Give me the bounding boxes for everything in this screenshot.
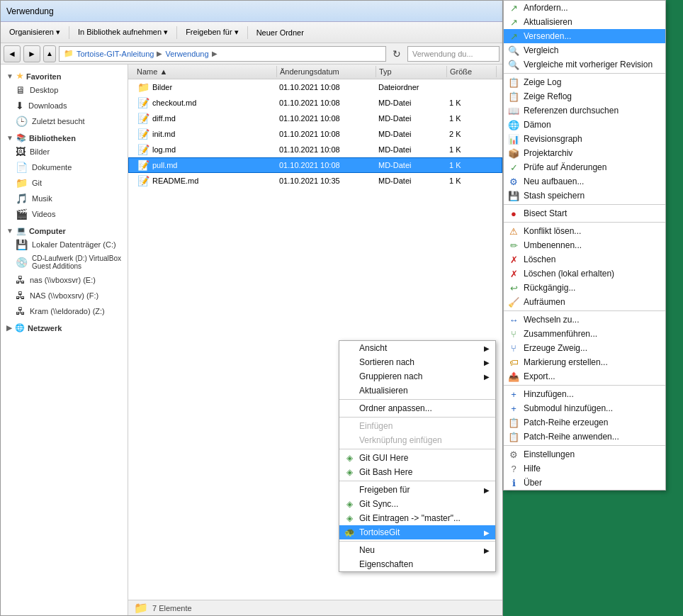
tortoisegit-menu-item[interactable]: ↩Rückgängig... <box>504 281 665 295</box>
tortoisegit-menu-item[interactable]: ⚙Einstellungen <box>504 447 665 461</box>
tortoisegit-menu-item[interactable]: ✓Prüfe auf Änderungen <box>504 160 665 174</box>
tortoisegit-menu-item[interactable]: +Submodul hinzufügen... <box>504 401 665 415</box>
context-menu-item[interactable]: Neu▶ <box>339 543 495 557</box>
share-button[interactable]: Freigeben für ▾ <box>180 24 244 41</box>
context-menu-item[interactable]: Ordner anpassen... <box>339 401 495 415</box>
tortoisegit-menu-item[interactable]: 📤Export... <box>504 369 665 383</box>
tortoisegit-menu-item[interactable]: ⚠Konflikt lösen... <box>504 224 665 238</box>
nas-e-icon: 🖧 <box>16 274 26 286</box>
tortoisegit-menu-item[interactable]: 🏷Markierung erstellen... <box>504 355 665 369</box>
menu-icon: 📖 <box>508 105 519 116</box>
menu-separator <box>339 449 495 449</box>
sidebar-item-nas-f[interactable]: 🖧 NAS (\\vboxsrv) (F:) <box>1 288 128 303</box>
menu-item-label: Git GUI Here <box>359 453 408 463</box>
tortoisegit-menu-item[interactable]: ↔Wechseln zu... <box>504 313 665 327</box>
tortoisegit-menu-item[interactable]: 🧹Aufräumen <box>504 295 665 309</box>
tortoisegit-menu-item[interactable]: ●Bisect Start <box>504 206 665 220</box>
table-row[interactable]: 📁 Bilder 01.10.2021 10:08 Dateiordner <box>128 79 502 95</box>
tortoisegit-menu-item[interactable]: 🌐Dämon <box>504 118 665 132</box>
tortoisegit-menu-item[interactable]: 📋Patch-Reihe erzeugen <box>504 415 665 430</box>
col-type[interactable]: Typ <box>376 66 447 77</box>
tortoisegit-menu-item[interactable]: 📦Projektarchiv <box>504 146 665 160</box>
table-row[interactable]: 📝 pull.md 01.10.2021 10:08 MD-Datei 1 K <box>128 157 502 173</box>
menu-item-label: Prüfe auf Änderungen <box>524 162 606 172</box>
table-row[interactable]: 📝 checkout.md 01.10.2021 10:08 MD-Datei … <box>128 95 502 111</box>
breadcrumb-item-2[interactable]: Verwendung <box>165 50 208 58</box>
menu-item-label: Ansicht <box>359 343 387 353</box>
tortoisegit-menu-item[interactable]: ⑂Zusammenführen... <box>504 327 665 341</box>
table-row[interactable]: 📝 init.md 01.10.2021 10:08 MD-Datei 2 K <box>128 126 502 142</box>
tortoisegit-menu-item[interactable]: ✗Löschen (lokal erhalten) <box>504 267 665 281</box>
tortoisegit-menu-item[interactable]: ?Hilfe <box>504 461 665 476</box>
tortoisegit-menu-item[interactable]: ⑂Erzeuge Zweig... <box>504 341 665 355</box>
sidebar-item-recent[interactable]: 🕒 Zuletzt besucht <box>1 113 128 129</box>
up-button[interactable]: ▲ <box>43 45 56 62</box>
table-row[interactable]: 📝 diff.md 01.10.2021 10:08 MD-Datei 1 K <box>128 111 502 126</box>
menu-icon: 📋 <box>508 77 519 88</box>
col-size[interactable]: Größe <box>447 66 497 77</box>
col-name[interactable]: Name ▲ <box>134 66 277 77</box>
tortoisegit-menu-item[interactable]: ✗Löschen <box>504 252 665 267</box>
sidebar-item-nas-e[interactable]: 🖧 nas (\\vboxsvr) (E:) <box>1 272 128 288</box>
sidebar-item-music[interactable]: 🎵 Musik <box>1 191 128 206</box>
forward-button[interactable]: ► <box>23 45 40 62</box>
tortoisegit-menu-item[interactable]: ℹÜber <box>504 476 665 490</box>
tortoisegit-menu-item[interactable]: ↗Versenden... <box>504 29 665 43</box>
file-size <box>446 86 496 88</box>
context-menu-item[interactable]: Aktualisieren <box>339 383 495 398</box>
refresh-button[interactable]: ↻ <box>389 46 405 62</box>
sidebar-item-downloads[interactable]: ⬇ Downloads <box>1 98 128 113</box>
sidebar-item-documents[interactable]: 📄 Dokumente <box>1 159 128 175</box>
library-button[interactable]: In Bibliothek aufnehmen ▾ <box>72 24 174 41</box>
file-name: README.md <box>152 177 198 185</box>
back-button[interactable]: ◄ <box>4 45 21 62</box>
context-menu-item[interactable]: ◈Git Sync... <box>339 497 495 511</box>
tortoisegit-menu-item[interactable]: 🔍Vergleiche mit vorheriger Revision <box>504 57 665 72</box>
tortoisegit-menu-item[interactable]: 💾Stash speichern <box>504 189 665 203</box>
sidebar-item-videos[interactable]: 🎬 Videos <box>1 206 128 222</box>
tortoisegit-menu-item[interactable]: 📋Zeige Log <box>504 75 665 89</box>
libraries-header[interactable]: ▼ 📚 Bibliotheken <box>1 132 128 144</box>
tortoisegit-menu-item[interactable]: 📋Patch-Reihe anwenden... <box>504 430 665 444</box>
tortoisegit-menu-item[interactable]: 🔍Vergleich <box>504 43 665 57</box>
context-menu-item[interactable]: ◈Git Bash Here <box>339 465 495 479</box>
network-header[interactable]: ▶ 🌐 Netzwerk <box>1 322 128 334</box>
context-menu-item[interactable]: Sortieren nach▶ <box>339 355 495 369</box>
context-menu-item[interactable]: Gruppieren nach▶ <box>339 369 495 383</box>
sidebar-item-kram-z[interactable]: 🖧 Kram (\\eldorado) (Z:) <box>1 303 128 319</box>
context-menu-item[interactable]: Ansicht▶ <box>339 341 495 355</box>
context-menu-item[interactable]: 🐢TortoiseGit▶ <box>339 525 495 539</box>
context-menu-item[interactable]: ◈Git GUI Here <box>339 451 495 465</box>
table-row[interactable]: 📝 README.md 01.10.2021 10:35 MD-Datei 1 … <box>128 173 502 189</box>
context-menu-item[interactable]: ◈Git Eintragen -> "master"... <box>339 511 495 525</box>
tortoisegit-menu-item[interactable]: 📊Revisionsgraph <box>504 132 665 146</box>
new-folder-button[interactable]: Neuer Ordner <box>251 24 310 41</box>
breadcrumb-item-1[interactable]: Tortoise-GIT-Anleitung <box>77 50 154 58</box>
organize-button[interactable]: Organisieren ▾ <box>4 24 66 41</box>
tortoisegit-menu-item[interactable]: ↗Anfordern... <box>504 1 665 15</box>
sidebar-item-cd-d[interactable]: 💿 CD-Laufwerk (D:) VirtualBox Guest Addi… <box>1 252 128 272</box>
tortoisegit-menu-item[interactable]: ↗Aktualisieren <box>504 15 665 29</box>
menu-item-label: Hilfe <box>524 464 541 474</box>
context-menu-item[interactable]: Freigeben für▶ <box>339 483 495 497</box>
search-input[interactable] <box>407 46 499 62</box>
sidebar-item-git[interactable]: 📁 Git <box>1 175 128 191</box>
context-menu-item[interactable]: Eigenschaften <box>339 557 495 571</box>
tortoisegit-menu-item[interactable]: 📖Referenzen durchsuchen <box>504 103 665 118</box>
nas-f-icon: 🖧 <box>16 290 26 301</box>
computer-header[interactable]: ▼ 💻 Computer <box>1 225 128 237</box>
col-date[interactable]: Änderungsdatum <box>277 66 376 77</box>
sidebar-item-desktop[interactable]: 🖥 Desktop <box>1 82 128 98</box>
sidebar-item-pictures[interactable]: 🖼 Bilder <box>1 144 128 159</box>
tortoisegit-menu-item[interactable]: ⚙Neu aufbauen... <box>504 174 665 189</box>
tortoisegit-menu-item[interactable]: +Hinzufügen... <box>504 387 665 401</box>
tortoisegit-menu-item[interactable]: 📋Zeige Reflog <box>504 89 665 103</box>
address-path[interactable]: 📁 Tortoise-GIT-Anleitung ▶ Verwendung ▶ <box>59 46 386 62</box>
context-menu-tortoise: ↗Anfordern...↗Aktualisieren↗Versenden...… <box>503 0 666 491</box>
toolbar: Organisieren ▾ In Bibliothek aufnehmen ▾… <box>1 22 502 43</box>
tortoisegit-menu-item[interactable]: ✏Umbenennen... <box>504 238 665 252</box>
favorites-header[interactable]: ▼ ★ Favoriten <box>1 70 128 82</box>
git-folder-icon: 📁 <box>16 177 28 189</box>
sidebar-item-local-c[interactable]: 💾 Lokaler Datenträger (C:) <box>1 237 128 252</box>
table-row[interactable]: 📝 log.md 01.10.2021 10:08 MD-Datei 1 K <box>128 142 502 157</box>
